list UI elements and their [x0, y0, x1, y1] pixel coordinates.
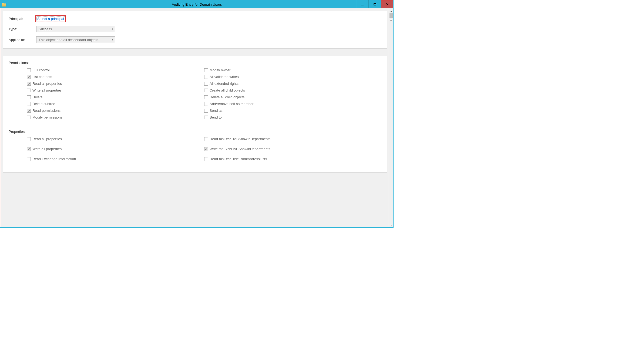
permissions-col2: Modify ownerAll validated writesAll exte… [204, 68, 381, 122]
property-label: Write all properties [32, 147, 62, 151]
permission-checkbox[interactable] [204, 75, 208, 79]
permission-checkbox[interactable] [27, 89, 31, 92]
permission-checkbox[interactable] [204, 102, 208, 106]
permission-label: Delete all child objects [210, 95, 244, 99]
permission-checkbox[interactable] [204, 82, 208, 86]
scroll-down-arrow-icon[interactable]: ▾ [389, 223, 393, 227]
property-checkbox[interactable] [27, 157, 31, 161]
permission-item: Delete [27, 95, 204, 99]
scroll-thumb[interactable] [389, 13, 393, 18]
properties-grid: Read all propertiesWrite all propertiesR… [9, 137, 381, 167]
minimize-button[interactable] [356, 0, 368, 8]
permission-item: All extended rights [204, 82, 381, 86]
permission-label: Delete [32, 95, 43, 99]
property-checkbox[interactable] [27, 137, 31, 141]
permission-item: Write all properties [27, 88, 204, 92]
properties-col2: Read msExchHABShowInDepartmentsWrite msE… [204, 137, 381, 167]
property-checkbox[interactable] [204, 147, 208, 151]
permission-checkbox[interactable] [27, 102, 31, 106]
scroll-track[interactable] [389, 13, 393, 223]
permission-checkbox[interactable] [204, 109, 208, 113]
permission-checkbox[interactable] [204, 95, 208, 99]
permission-label: All validated writes [210, 75, 239, 79]
chevron-down-icon: ▾ [112, 38, 113, 41]
property-item: Write all properties [27, 147, 204, 151]
property-checkbox[interactable] [204, 157, 208, 161]
property-item: Write msExchHABShowInDepartments [204, 147, 381, 151]
property-label: Read all properties [32, 137, 62, 141]
permission-checkbox[interactable] [27, 82, 31, 86]
property-item: Read msExchHABShowInDepartments [204, 137, 381, 141]
permission-label: Send to [210, 115, 222, 119]
permission-item: Delete subtree [27, 102, 204, 106]
maximize-button[interactable] [368, 0, 381, 8]
property-label: Write msExchHABShowInDepartments [210, 147, 270, 151]
permission-label: Delete subtree [32, 102, 55, 106]
properties-heading: Properties: [9, 130, 381, 134]
permission-label: Read permissions [32, 109, 61, 113]
permission-item: Read permissions [27, 109, 204, 113]
content: Principal: Select a principal Type: Succ… [0, 8, 389, 227]
property-label: Read Exchange Information [32, 157, 76, 161]
type-combobox[interactable]: Success ▾ [36, 26, 115, 32]
property-label: Read msExchHideFromAddressLists [210, 157, 267, 161]
permission-checkbox[interactable] [27, 95, 31, 99]
permission-checkbox[interactable] [204, 116, 208, 119]
permission-checkbox[interactable] [27, 116, 31, 119]
chevron-down-icon: ▾ [112, 28, 113, 30]
permission-label: Send as [210, 109, 223, 113]
type-value: Success [39, 27, 52, 31]
window-buttons [356, 0, 393, 8]
window-title: Auditing Entry for Domain Users [172, 2, 222, 6]
auditing-entry-window: Auditing Entry for Domain Users Principa… [0, 0, 394, 228]
permission-label: Create all child objects [210, 88, 245, 92]
permission-item: Delete all child objects [204, 95, 381, 99]
permissions-panel: Permissions: Full controlList contentsRe… [3, 56, 387, 173]
permission-label: List contents [32, 75, 52, 79]
appliesto-combobox[interactable]: This object and all descendant objects ▾ [36, 36, 115, 43]
permission-item: Send to [204, 115, 381, 119]
folder-icon [2, 2, 6, 6]
permission-checkbox[interactable] [27, 109, 31, 113]
close-button[interactable] [381, 0, 393, 8]
permission-checkbox[interactable] [27, 75, 31, 79]
permission-label: Modify permissions [32, 115, 62, 119]
permissions-heading: Permissions: [9, 61, 381, 65]
permissions-col1: Full controlList contentsRead all proper… [27, 68, 204, 122]
property-checkbox[interactable] [204, 137, 208, 141]
permission-item: Modify permissions [27, 115, 204, 119]
permission-item: List contents [27, 75, 204, 79]
appliesto-value: This object and all descendant objects [39, 38, 98, 42]
property-item: Read Exchange Information [27, 157, 204, 161]
permission-label: Read all properties [32, 82, 62, 86]
titlebar[interactable]: Auditing Entry for Domain Users [0, 0, 393, 8]
permission-checkbox[interactable] [27, 68, 31, 72]
type-label: Type: [9, 27, 36, 31]
principal-row: Principal: Select a principal [9, 16, 381, 21]
permission-checkbox[interactable] [204, 89, 208, 92]
permission-label: Modify owner [210, 68, 230, 72]
permission-item: All validated writes [204, 75, 381, 79]
permission-item: Read all properties [27, 82, 204, 86]
permission-item: Add/remove self as member [204, 102, 381, 106]
property-item: Read msExchHideFromAddressLists [204, 157, 381, 161]
permission-label: Add/remove self as member [210, 102, 254, 106]
permission-item: Send as [204, 109, 381, 113]
permission-label: Write all properties [32, 88, 62, 92]
property-checkbox[interactable] [27, 147, 31, 151]
property-item: Read all properties [27, 137, 204, 141]
identity-panel: Principal: Select a principal Type: Succ… [3, 11, 387, 49]
client-area: Principal: Select a principal Type: Succ… [0, 8, 393, 227]
principal-label: Principal: [9, 17, 36, 21]
select-principal-link[interactable]: Select a principal [36, 16, 65, 21]
permissions-grid: Full controlList contentsRead all proper… [9, 68, 381, 122]
permission-label: All extended rights [210, 82, 238, 86]
scroll-up-arrow-icon[interactable]: ▴ [389, 8, 393, 13]
vertical-scrollbar[interactable]: ▴ ▾ [389, 8, 393, 227]
permission-label: Full control [32, 68, 50, 72]
type-row: Type: Success ▾ [9, 26, 381, 32]
scroll-grip-icon [389, 18, 393, 22]
permission-checkbox[interactable] [204, 68, 208, 72]
permission-item: Create all child objects [204, 88, 381, 92]
permission-item: Modify owner [204, 68, 381, 72]
